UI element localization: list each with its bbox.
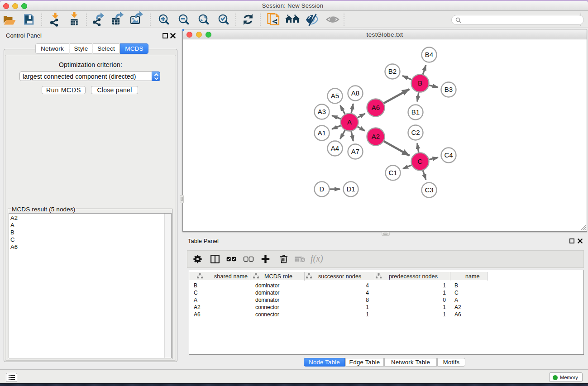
svg-text:A2: A2 <box>372 133 380 140</box>
svg-text:A4: A4 <box>331 144 339 152</box>
svg-text:C: C <box>418 157 423 165</box>
svg-text:D1: D1 <box>346 185 355 193</box>
svg-text:A5: A5 <box>331 92 339 100</box>
svg-text:B2: B2 <box>388 67 397 75</box>
svg-text:C3: C3 <box>425 186 433 194</box>
svg-text:D: D <box>320 185 325 193</box>
svg-text:B4: B4 <box>425 51 433 58</box>
svg-text:A6: A6 <box>372 104 380 111</box>
svg-text:B1: B1 <box>411 108 420 116</box>
svg-text:C4: C4 <box>444 151 453 159</box>
svg-text:B3: B3 <box>445 86 453 93</box>
svg-text:A1: A1 <box>318 129 326 137</box>
svg-text:A3: A3 <box>318 108 326 115</box>
svg-text:A: A <box>347 118 352 126</box>
svg-text:B: B <box>418 79 422 87</box>
svg-text:A7: A7 <box>351 148 359 155</box>
svg-text:C1: C1 <box>388 169 397 176</box>
svg-text:A8: A8 <box>351 89 359 97</box>
svg-text:C2: C2 <box>411 129 420 136</box>
